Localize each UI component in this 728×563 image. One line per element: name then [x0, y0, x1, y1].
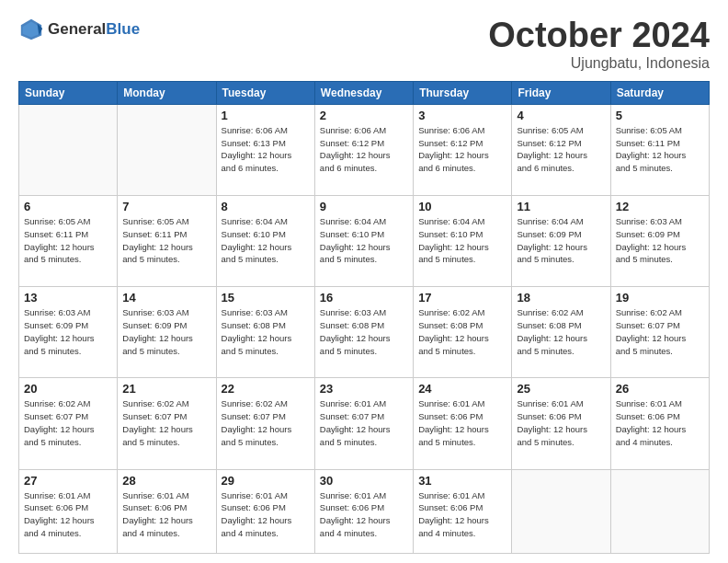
month-title: October 2024 [488, 17, 710, 55]
logo: GeneralBlue [18, 17, 140, 42]
table-row: 1Sunrise: 6:06 AMSunset: 6:13 PMDaylight… [216, 104, 314, 195]
table-row: 7Sunrise: 6:05 AMSunset: 6:11 PMDaylight… [118, 196, 216, 287]
day-info: Sunrise: 6:03 AMSunset: 6:08 PMDaylight:… [320, 306, 408, 357]
day-number: 6 [24, 200, 112, 213]
day-number: 25 [517, 382, 605, 396]
day-info: Sunrise: 6:01 AMSunset: 6:06 PMDaylight:… [320, 489, 408, 540]
day-info: Sunrise: 6:05 AMSunset: 6:11 PMDaylight:… [122, 215, 210, 266]
day-number: 28 [122, 474, 210, 488]
table-row [512, 469, 610, 553]
day-number: 26 [616, 382, 704, 396]
col-friday: Friday [512, 81, 610, 104]
day-info: Sunrise: 6:04 AMSunset: 6:10 PMDaylight:… [222, 215, 310, 266]
day-number: 1 [222, 109, 310, 122]
col-monday: Monday [118, 81, 216, 104]
day-number: 21 [122, 382, 210, 396]
table-row: 19Sunrise: 6:02 AMSunset: 6:07 PMDayligh… [610, 287, 709, 378]
day-info: Sunrise: 6:06 AMSunset: 6:12 PMDaylight:… [320, 124, 408, 175]
table-row: 14Sunrise: 6:03 AMSunset: 6:09 PMDayligh… [118, 287, 216, 378]
table-row: 9Sunrise: 6:04 AMSunset: 6:10 PMDaylight… [314, 196, 413, 287]
day-info: Sunrise: 6:06 AMSunset: 6:13 PMDaylight:… [222, 124, 310, 175]
day-info: Sunrise: 6:05 AMSunset: 6:12 PMDaylight:… [517, 124, 605, 175]
day-number: 7 [122, 200, 210, 213]
table-row: 16Sunrise: 6:03 AMSunset: 6:08 PMDayligh… [314, 287, 413, 378]
table-row: 15Sunrise: 6:03 AMSunset: 6:08 PMDayligh… [216, 287, 314, 378]
page: GeneralBlue October 2024 Ujungbatu, Indo… [0, 0, 728, 563]
calendar-header-row: Sunday Monday Tuesday Wednesday Thursday… [19, 81, 710, 104]
day-info: Sunrise: 6:04 AMSunset: 6:10 PMDaylight:… [320, 215, 408, 266]
table-row: 11Sunrise: 6:04 AMSunset: 6:09 PMDayligh… [512, 196, 610, 287]
day-info: Sunrise: 6:03 AMSunset: 6:09 PMDaylight:… [24, 306, 112, 357]
table-row: 31Sunrise: 6:01 AMSunset: 6:06 PMDayligh… [414, 469, 512, 553]
table-row [118, 104, 216, 195]
title-area: October 2024 Ujungbatu, Indonesia [488, 17, 710, 72]
table-row [19, 104, 118, 195]
table-row: 10Sunrise: 6:04 AMSunset: 6:10 PMDayligh… [414, 196, 512, 287]
day-number: 31 [418, 474, 506, 488]
table-row [610, 469, 709, 553]
day-info: Sunrise: 6:01 AMSunset: 6:07 PMDaylight:… [320, 397, 408, 448]
table-row: 2Sunrise: 6:06 AMSunset: 6:12 PMDaylight… [314, 104, 413, 195]
day-number: 15 [222, 291, 310, 304]
table-row: 18Sunrise: 6:02 AMSunset: 6:08 PMDayligh… [512, 287, 610, 378]
table-row: 28Sunrise: 6:01 AMSunset: 6:06 PMDayligh… [118, 469, 216, 553]
calendar-week-row: 20Sunrise: 6:02 AMSunset: 6:07 PMDayligh… [19, 378, 710, 469]
day-number: 13 [24, 291, 112, 304]
calendar-week-row: 13Sunrise: 6:03 AMSunset: 6:09 PMDayligh… [19, 287, 710, 378]
day-number: 23 [320, 382, 408, 396]
day-number: 10 [418, 200, 506, 213]
table-row: 25Sunrise: 6:01 AMSunset: 6:06 PMDayligh… [512, 378, 610, 469]
table-row: 30Sunrise: 6:01 AMSunset: 6:06 PMDayligh… [314, 469, 413, 553]
day-info: Sunrise: 6:01 AMSunset: 6:06 PMDaylight:… [418, 397, 506, 448]
day-info: Sunrise: 6:02 AMSunset: 6:07 PMDaylight:… [24, 397, 112, 448]
logo-text: GeneralBlue [48, 21, 140, 39]
table-row: 24Sunrise: 6:01 AMSunset: 6:06 PMDayligh… [414, 378, 512, 469]
calendar-week-row: 27Sunrise: 6:01 AMSunset: 6:06 PMDayligh… [19, 469, 710, 553]
day-info: Sunrise: 6:01 AMSunset: 6:06 PMDaylight:… [122, 489, 210, 540]
col-thursday: Thursday [414, 81, 512, 104]
day-info: Sunrise: 6:04 AMSunset: 6:09 PMDaylight:… [517, 215, 605, 266]
day-number: 5 [616, 109, 704, 122]
table-row: 21Sunrise: 6:02 AMSunset: 6:07 PMDayligh… [118, 378, 216, 469]
day-info: Sunrise: 6:03 AMSunset: 6:09 PMDaylight:… [122, 306, 210, 357]
logo-general: General [48, 20, 106, 38]
day-number: 3 [418, 109, 506, 122]
calendar-week-row: 6Sunrise: 6:05 AMSunset: 6:11 PMDaylight… [19, 196, 710, 287]
logo-icon [18, 17, 44, 42]
day-number: 14 [122, 291, 210, 304]
col-tuesday: Tuesday [216, 81, 314, 104]
day-number: 2 [320, 109, 408, 122]
day-number: 27 [24, 474, 112, 488]
day-info: Sunrise: 6:01 AMSunset: 6:06 PMDaylight:… [616, 397, 704, 448]
table-row: 23Sunrise: 6:01 AMSunset: 6:07 PMDayligh… [314, 378, 413, 469]
day-info: Sunrise: 6:05 AMSunset: 6:11 PMDaylight:… [616, 124, 704, 175]
logo-blue: Blue [106, 20, 140, 38]
day-number: 29 [222, 474, 310, 488]
table-row: 4Sunrise: 6:05 AMSunset: 6:12 PMDaylight… [512, 104, 610, 195]
table-row: 5Sunrise: 6:05 AMSunset: 6:11 PMDaylight… [610, 104, 709, 195]
day-number: 8 [222, 200, 310, 213]
day-info: Sunrise: 6:05 AMSunset: 6:11 PMDaylight:… [24, 215, 112, 266]
calendar-table: Sunday Monday Tuesday Wednesday Thursday… [18, 81, 710, 554]
day-number: 18 [517, 291, 605, 304]
table-row: 6Sunrise: 6:05 AMSunset: 6:11 PMDaylight… [19, 196, 118, 287]
day-number: 30 [320, 474, 408, 488]
day-info: Sunrise: 6:02 AMSunset: 6:08 PMDaylight:… [517, 306, 605, 357]
day-info: Sunrise: 6:01 AMSunset: 6:06 PMDaylight:… [24, 489, 112, 540]
day-info: Sunrise: 6:02 AMSunset: 6:08 PMDaylight:… [418, 306, 506, 357]
day-number: 22 [222, 382, 310, 396]
table-row: 20Sunrise: 6:02 AMSunset: 6:07 PMDayligh… [19, 378, 118, 469]
day-number: 17 [418, 291, 506, 304]
header: GeneralBlue October 2024 Ujungbatu, Indo… [18, 17, 710, 72]
table-row: 3Sunrise: 6:06 AMSunset: 6:12 PMDaylight… [414, 104, 512, 195]
table-row: 29Sunrise: 6:01 AMSunset: 6:06 PMDayligh… [216, 469, 314, 553]
day-number: 9 [320, 200, 408, 213]
day-number: 11 [517, 200, 605, 213]
table-row: 22Sunrise: 6:02 AMSunset: 6:07 PMDayligh… [216, 378, 314, 469]
day-info: Sunrise: 6:02 AMSunset: 6:07 PMDaylight:… [222, 397, 310, 448]
day-info: Sunrise: 6:04 AMSunset: 6:10 PMDaylight:… [418, 215, 506, 266]
location-subtitle: Ujungbatu, Indonesia [488, 55, 710, 72]
col-wednesday: Wednesday [314, 81, 413, 104]
table-row: 27Sunrise: 6:01 AMSunset: 6:06 PMDayligh… [19, 469, 118, 553]
day-info: Sunrise: 6:03 AMSunset: 6:09 PMDaylight:… [616, 215, 704, 266]
